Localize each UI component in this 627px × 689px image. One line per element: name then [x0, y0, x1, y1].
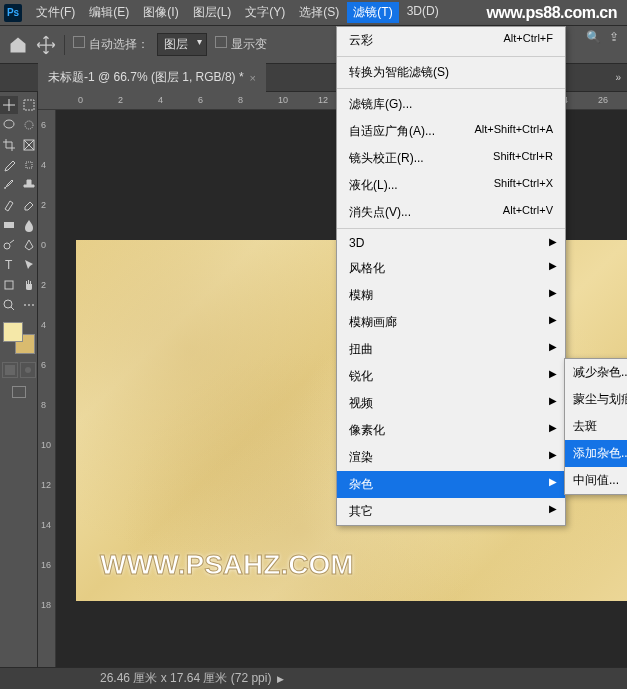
checkbox-icon: [215, 36, 227, 48]
menu-adaptive-wide[interactable]: 自适应广角(A)...Alt+Shift+Ctrl+A: [337, 118, 565, 145]
submenu-arrow-icon: ▶: [549, 287, 557, 298]
menu-label: 风格化: [349, 260, 385, 277]
menu-render[interactable]: 渲染▶: [337, 444, 565, 471]
menu-blur-gallery[interactable]: 模糊画廊▶: [337, 309, 565, 336]
auto-select-option[interactable]: 自动选择：: [73, 36, 149, 53]
move-tool[interactable]: [0, 96, 18, 114]
menu-layer[interactable]: 图层(L): [187, 2, 238, 23]
menu-filter-gallery[interactable]: 滤镜库(G)...: [337, 91, 565, 118]
menu-select[interactable]: 选择(S): [293, 2, 345, 23]
menu-3d[interactable]: 3D(D): [401, 2, 445, 23]
gradient-tool[interactable]: [0, 216, 18, 234]
pen-tool[interactable]: [20, 236, 38, 254]
stamp-tool[interactable]: [20, 176, 38, 194]
blur-tool[interactable]: [20, 216, 38, 234]
menu-label: 渲染: [349, 449, 373, 466]
menu-other[interactable]: 其它▶: [337, 498, 565, 525]
ruler-tick: 4: [41, 320, 46, 330]
quick-select-tool[interactable]: [20, 116, 38, 134]
menu-image[interactable]: 图像(I): [137, 2, 184, 23]
ruler-tick: 2: [118, 95, 123, 105]
ruler-tick: 8: [41, 400, 46, 410]
submenu-arrow-icon: ▶: [549, 314, 557, 325]
menu-label: 模糊: [349, 287, 373, 304]
document-tab[interactable]: 未标题-1 @ 66.7% (图层 1, RGB/8) * ×: [38, 63, 266, 92]
menu-liquify[interactable]: 液化(L)...Shift+Ctrl+X: [337, 172, 565, 199]
shape-tool[interactable]: [0, 276, 18, 294]
right-option-icons: 🔍 ⇪: [586, 30, 619, 44]
menu-label: 转换为智能滤镜(S): [349, 64, 449, 81]
crop-tool[interactable]: [0, 136, 18, 154]
submenu-median[interactable]: 中间值...: [565, 467, 627, 494]
color-swatches[interactable]: [3, 322, 35, 354]
menu-file[interactable]: 文件(F): [30, 2, 81, 23]
show-transform-label: 显示变: [231, 37, 267, 51]
tab-overflow-icon[interactable]: »: [615, 72, 621, 83]
menu-filter[interactable]: 滤镜(T): [347, 2, 398, 23]
menu-3d[interactable]: 3D▶: [337, 231, 565, 255]
more-tools[interactable]: ⋯: [20, 296, 38, 314]
submenu-add-noise[interactable]: 添加杂色..: [565, 440, 627, 467]
healing-tool[interactable]: [20, 156, 38, 174]
submenu-arrow-icon: ▶: [549, 395, 557, 406]
menu-noise[interactable]: 杂色▶: [337, 471, 565, 498]
menu-sharpen[interactable]: 锐化▶: [337, 363, 565, 390]
submenu-reduce-noise[interactable]: 减少杂色..: [565, 359, 627, 386]
submenu-arrow-icon: ▶: [549, 422, 557, 433]
menu-type[interactable]: 文字(Y): [239, 2, 291, 23]
eraser-tool[interactable]: [20, 196, 38, 214]
menu-blur[interactable]: 模糊▶: [337, 282, 565, 309]
ruler-tick: 6: [41, 360, 46, 370]
menu-vanishing-point[interactable]: 消失点(V)...Alt+Ctrl+V: [337, 199, 565, 226]
svg-rect-10: [5, 365, 15, 375]
ruler-tick: 6: [41, 120, 46, 130]
svg-point-2: [25, 121, 33, 129]
search-icon[interactable]: 🔍: [586, 30, 601, 44]
target-dropdown[interactable]: 图层: [157, 33, 207, 56]
submenu-dust-scratches[interactable]: 蒙尘与划痕: [565, 386, 627, 413]
submenu-arrow-icon: ▶: [549, 449, 557, 460]
standard-mode-icon[interactable]: [2, 362, 18, 378]
share-icon[interactable]: ⇪: [609, 30, 619, 44]
dodge-tool[interactable]: [0, 236, 18, 254]
menu-pixelate[interactable]: 像素化▶: [337, 417, 565, 444]
close-icon[interactable]: ×: [250, 72, 256, 84]
menu-last-filter[interactable]: 云彩Alt+Ctrl+F: [337, 27, 565, 54]
submenu-despeckle[interactable]: 去斑: [565, 413, 627, 440]
menu-stylize[interactable]: 风格化▶: [337, 255, 565, 282]
hand-tool[interactable]: [20, 276, 38, 294]
menu-lens-correction[interactable]: 镜头校正(R)...Shift+Ctrl+R: [337, 145, 565, 172]
home-icon[interactable]: [8, 35, 28, 55]
marquee-tool[interactable]: [20, 96, 38, 114]
quick-mask-icon[interactable]: [20, 362, 36, 378]
foreground-color[interactable]: [3, 322, 23, 342]
menu-video[interactable]: 视频▶: [337, 390, 565, 417]
submenu-arrow-icon: ▶: [549, 260, 557, 271]
menu-edit[interactable]: 编辑(E): [83, 2, 135, 23]
submenu-arrow-icon: ▶: [549, 341, 557, 352]
svg-text:T: T: [5, 258, 13, 272]
zoom-tool[interactable]: [0, 296, 18, 314]
menu-smart-filter[interactable]: 转换为智能滤镜(S): [337, 59, 565, 86]
path-select-tool[interactable]: [20, 256, 38, 274]
canvas-watermark: WWW.PSAHZ.COM: [100, 549, 354, 581]
status-document-size[interactable]: 26.46 厘米 x 17.64 厘米 (72 ppi): [100, 670, 271, 687]
tab-title: 未标题-1 @ 66.7% (图层 1, RGB/8) *: [48, 69, 244, 86]
show-transform-option[interactable]: 显示变: [215, 36, 267, 53]
ruler-tick: 10: [41, 440, 51, 450]
status-menu-icon[interactable]: ▶: [277, 674, 284, 684]
eyedropper-tool[interactable]: [0, 156, 18, 174]
submenu-arrow-icon: ▶: [549, 503, 557, 514]
ruler-tick: 4: [41, 160, 46, 170]
submenu-arrow-icon: ▶: [549, 476, 557, 487]
menu-label: 自适应广角(A)...: [349, 123, 435, 140]
history-brush-tool[interactable]: [0, 196, 18, 214]
frame-tool[interactable]: [20, 136, 38, 154]
type-tool[interactable]: T: [0, 256, 18, 274]
move-tool-icon[interactable]: [36, 35, 56, 55]
brush-tool[interactable]: [0, 176, 18, 194]
screen-mode[interactable]: [12, 386, 26, 398]
menu-separator: [337, 56, 565, 57]
menu-distort[interactable]: 扭曲▶: [337, 336, 565, 363]
lasso-tool[interactable]: [0, 116, 18, 134]
